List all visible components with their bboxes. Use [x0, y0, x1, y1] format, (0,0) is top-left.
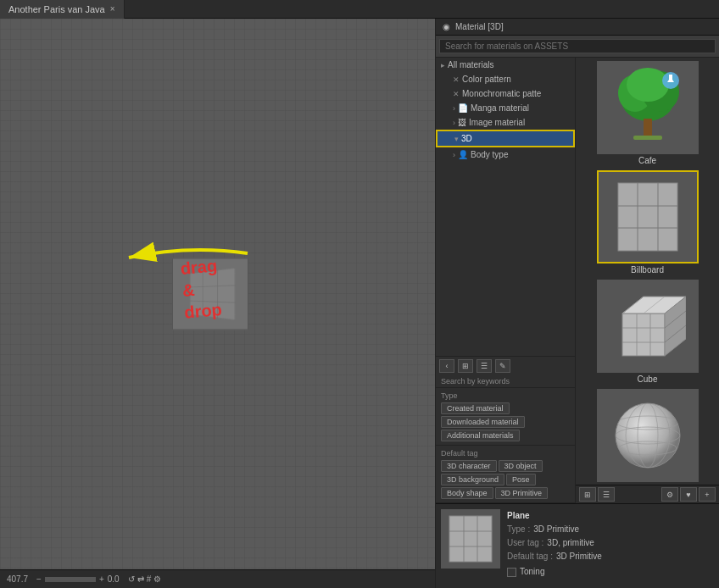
material-item-cube[interactable]: Cube	[579, 280, 716, 386]
svg-rect-33	[449, 516, 492, 562]
info-thumb-plane	[445, 513, 496, 564]
zoom-value: 0.0	[108, 574, 120, 584]
keywords-label: Search by keywords	[441, 377, 510, 386]
tab-item[interactable]: Another Paris van Java ×	[0, 0, 125, 19]
minus-icon[interactable]: −	[36, 574, 42, 584]
sidebar-item-image[interactable]: › 🖼 Image material	[436, 115, 575, 130]
sidebar-item-label: Image material	[469, 118, 525, 127]
info-thumbnail	[441, 509, 500, 569]
plane-icon	[610, 179, 686, 255]
info-name: Plane	[507, 509, 530, 523]
info-type-label: Type :	[507, 523, 530, 536]
zoom-controls: − + 0.0	[36, 574, 120, 584]
chevron-down-icon: ▾	[454, 135, 459, 143]
filter-tag-downloaded[interactable]: Downloaded material	[441, 416, 525, 428]
flip-icon[interactable]: ⇄	[137, 574, 144, 584]
material-label-cafe: Cafe	[638, 154, 656, 167]
filter-tag-body-shape[interactable]: Body shape	[441, 487, 493, 499]
settings-button[interactable]: ⚙	[661, 487, 678, 502]
sidebar-item-monochromatic[interactable]: ✕ Monochromatic patte	[436, 86, 575, 101]
toning-row: Toning	[507, 565, 714, 579]
sidebar-item-3d[interactable]: ▾ 3D	[436, 130, 575, 147]
sidebar-nav-row: ‹ ⊞ ☰ ✎	[436, 356, 575, 375]
toning-checkbox[interactable]	[507, 568, 516, 577]
zoom-bar	[45, 577, 96, 582]
material-thumb-cube	[597, 280, 699, 373]
sidebar-item-body-type[interactable]: › 👤 Body type	[436, 147, 575, 162]
svg-rect-10	[618, 183, 677, 251]
material-thumb-billboard	[597, 170, 699, 263]
keywords-area: Search by keywords	[436, 375, 575, 388]
favorite-button[interactable]: ♥	[680, 487, 697, 502]
material-sidebar: ▸ All materials ✕ Color pattern ✕ Monoch…	[436, 58, 576, 503]
material-label-billboard: Billboard	[631, 263, 664, 276]
grid-view-button[interactable]: ⊞	[579, 487, 596, 502]
tree-icon	[610, 68, 686, 148]
info-default-tag-row: Default tag : 3D Primitive	[507, 550, 714, 563]
material-item-cafe[interactable]: Cafe	[579, 61, 716, 167]
sidebar-item-all-materials[interactable]: ▸ All materials	[436, 58, 575, 72]
grid-icon[interactable]: #	[147, 574, 152, 584]
nav-grid-button[interactable]: ⊞	[458, 359, 473, 373]
info-details: Plane Type : 3D Primitive User tag : 3D,…	[507, 509, 714, 583]
list-view-button[interactable]: ☰	[598, 487, 615, 502]
info-user-tag-label: User tag :	[507, 536, 543, 550]
material-grid-area: Cafe	[576, 58, 719, 503]
filter-tag-3d-background[interactable]: 3D background	[441, 474, 504, 485]
coords-display: 407.7	[7, 574, 28, 584]
type-filter-tags: Created material Downloaded material Add…	[441, 402, 570, 441]
material-item-billboard[interactable]: Billboard	[579, 170, 716, 276]
sidebar-scroll[interactable]: ▸ All materials ✕ Color pattern ✕ Monoch…	[436, 58, 575, 356]
material-thumb-cafe	[597, 61, 699, 154]
manga-icon: 📄	[458, 103, 468, 113]
material-grid[interactable]: Cafe	[576, 58, 719, 485]
search-input[interactable]	[439, 39, 716, 53]
filter-tag-created[interactable]: Created material	[441, 402, 510, 414]
svg-point-4	[627, 68, 669, 102]
nav-back-button[interactable]: ‹	[439, 359, 454, 373]
sidebar-item-label: Monochromatic patte	[462, 89, 541, 98]
panel-content: ▸ All materials ✕ Color pattern ✕ Monoch…	[436, 58, 719, 503]
material-thumb-sphere	[597, 389, 699, 482]
sidebar-item-label: All materials	[448, 60, 493, 69]
x-icon: ✕	[453, 90, 460, 98]
material-item-sphere[interactable]: Sphere	[579, 389, 716, 485]
tab-close-button[interactable]: ×	[110, 4, 115, 14]
x-icon: ✕	[453, 75, 460, 84]
sidebar-item-label: Color pattern	[462, 75, 511, 84]
tab-bar: Another Paris van Java ×	[0, 0, 719, 19]
search-bar	[436, 36, 719, 58]
info-user-tag-row: User tag : 3D, primitive	[507, 536, 714, 550]
nav-edit-button[interactable]: ✎	[495, 359, 510, 373]
filter-tag-3d-character[interactable]: 3D character	[441, 460, 497, 472]
svg-rect-15	[622, 313, 665, 356]
cube-icon	[610, 288, 686, 364]
nav-list-button[interactable]: ☰	[477, 359, 492, 373]
material-label-cube: Cube	[638, 373, 658, 386]
right-panel: ◉ Material [3D] ▸ All materials ✕ Colo	[435, 19, 719, 588]
type-filter-section: Type Created material Downloaded materia…	[436, 388, 575, 446]
sidebar-item-label: Manga material	[471, 103, 529, 113]
info-type-value: 3D Primitive	[533, 523, 579, 536]
plus-icon[interactable]: +	[99, 574, 104, 584]
canvas-grid[interactable]: drag & drop	[0, 19, 435, 569]
filter-tag-3d-primitive[interactable]: 3D Primitive	[495, 487, 549, 499]
type-filter-title: Type	[441, 391, 570, 400]
filter-tag-3d-object[interactable]: 3D object	[499, 460, 543, 472]
body-icon: 👤	[458, 150, 468, 159]
status-bar: 407.7 − + 0.0 ↺ ⇄ # ⚙	[0, 569, 435, 588]
filter-tag-additional[interactable]: Additional materials	[441, 430, 520, 441]
info-default-tag-value: 3D Primitive	[556, 550, 602, 563]
sidebar-item-manga[interactable]: › 📄 Manga material	[436, 101, 575, 115]
default-tag-filter-tags: 3D character 3D object 3D background Pos…	[441, 460, 570, 499]
canvas-object	[172, 258, 248, 330]
filter-tag-pose[interactable]: Pose	[506, 474, 536, 485]
add-button[interactable]: +	[699, 487, 716, 502]
rotate-icon[interactable]: ↺	[128, 574, 135, 584]
grid-bottom-toolbar: ⊞ ☰ ⚙ ♥ +	[576, 485, 719, 503]
canvas-area: drag & drop 407.7 − + 0.0 ↺ ⇄ # ⚙	[0, 19, 435, 588]
sidebar-item-color-pattern[interactable]: ✕ Color pattern	[436, 72, 575, 86]
panel-title: Material [3D]	[455, 22, 504, 31]
settings-icon[interactable]: ⚙	[153, 574, 161, 584]
material-icon: ◉	[443, 22, 450, 31]
